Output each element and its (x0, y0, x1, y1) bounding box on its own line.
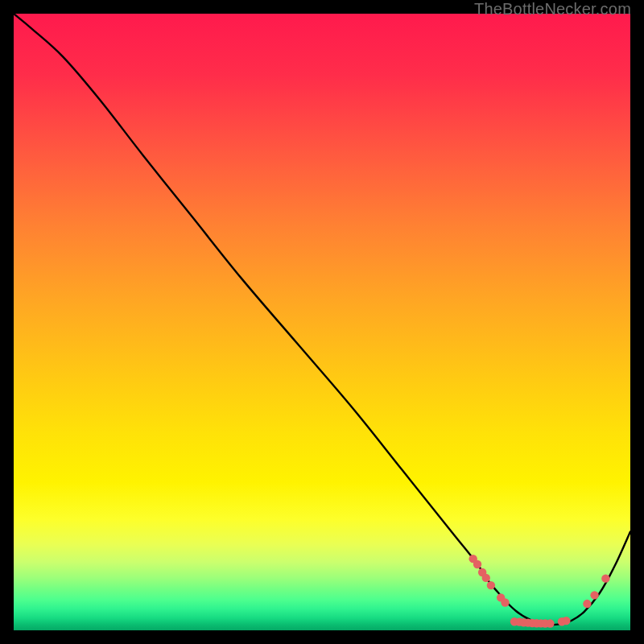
data-marker (546, 619, 554, 627)
chart-svg (14, 14, 630, 630)
marker-group (469, 555, 609, 628)
chart-container: TheBottleNecker.com (0, 0, 644, 644)
data-marker (590, 591, 598, 599)
plot-area (14, 14, 630, 630)
data-marker (601, 574, 609, 582)
data-marker (562, 617, 570, 625)
data-marker (482, 574, 490, 582)
data-marker (473, 560, 481, 568)
data-marker (583, 600, 591, 608)
data-marker (487, 581, 495, 589)
data-marker (501, 598, 509, 606)
watermark-text: TheBottleNecker.com (474, 0, 631, 19)
bottleneck-curve (14, 14, 630, 625)
